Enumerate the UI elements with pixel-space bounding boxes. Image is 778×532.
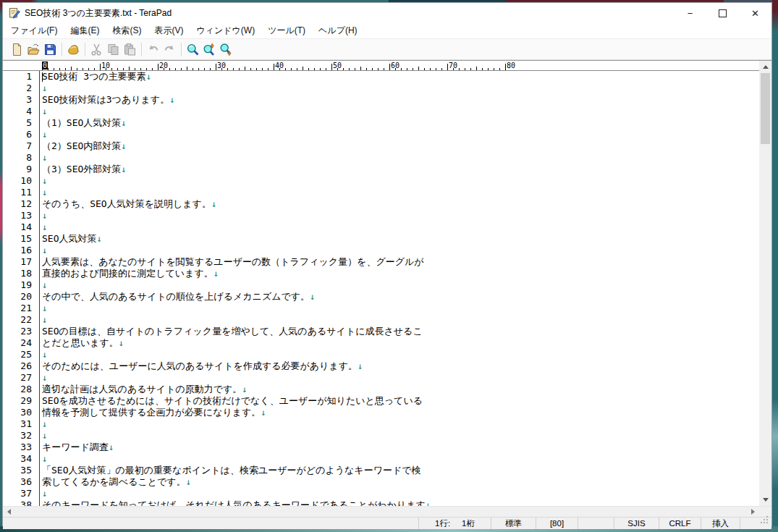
line-number: 31 — [3, 418, 32, 430]
terapad-app-icon[interactable] — [9, 7, 20, 19]
menu-item-3[interactable]: 表示(V) — [148, 23, 190, 38]
eol-arrow-icon: ↓ — [186, 477, 191, 487]
line-number: 10 — [3, 175, 32, 187]
maximize-button[interactable] — [706, 3, 739, 23]
line-number: 34 — [3, 453, 32, 465]
line-number: 15 — [3, 233, 32, 245]
line-text: 「SEO人気対策」の最初の重要なポイントは、検索ユーザーがどのようなキーワードで… — [42, 465, 421, 476]
text-line-20[interactable]: 20その中で、人気のあるサイトの順位を上げるメカニズムです。↓ — [3, 291, 748, 303]
minimize-button[interactable]: − — [674, 3, 706, 23]
text-line-5[interactable]: 5（1）SEO人気対策↓ — [3, 117, 748, 129]
line-text: ↓ — [42, 187, 47, 198]
text-line-24[interactable]: 24とだと思います。↓ — [3, 337, 748, 349]
text-line-38[interactable]: 38そのキーワードを知っておけば、それだけ人気のあるキーワードであることがわかり… — [3, 499, 748, 506]
text-line-34[interactable]: 34↓ — [3, 453, 748, 465]
line-text: ↓ — [42, 175, 47, 187]
redo-icon — [163, 43, 177, 56]
text-line-33[interactable]: 33キーワード調査↓ — [3, 442, 748, 453]
text-line-12[interactable]: 12そのうち、SEO人気対策を説明します。↓ — [3, 198, 748, 210]
text-line-1[interactable]: 1SEO技術 3つの主要要素↓ — [3, 71, 748, 83]
text-line-2[interactable]: 2↓ — [3, 83, 748, 94]
line-text: ↓ — [42, 488, 47, 499]
text-line-4[interactable]: 4↓ — [3, 106, 748, 117]
horizontal-scrollbar[interactable] — [3, 506, 771, 517]
toolbar-button-print[interactable] — [65, 41, 82, 58]
eol-arrow-icon: ↓ — [213, 269, 219, 279]
line-number: 26 — [3, 360, 32, 372]
eol-arrow-icon: ↓ — [426, 500, 431, 506]
text-line-36[interactable]: 36索してくるかを調べることです。↓ — [3, 476, 748, 488]
line-text: （3）SEO外部対策↓ — [42, 164, 127, 175]
menu-item-5[interactable]: ツール(T) — [261, 23, 312, 38]
scroll-down-button[interactable] — [759, 494, 771, 506]
scroll-right-button[interactable] — [747, 507, 759, 518]
text-line-25[interactable]: 25↓ — [3, 349, 748, 360]
text-line-27[interactable]: 27↓ — [3, 372, 748, 384]
vertical-scrollbar-thumb[interactable] — [761, 73, 770, 144]
text-line-16[interactable]: 16↓ — [3, 245, 748, 256]
text-line-11[interactable]: 11↓ — [3, 187, 748, 198]
scroll-up-button[interactable] — [759, 61, 771, 73]
text-line-23[interactable]: 23SEOの目標は、自サイトのトラフィック量を増やして、人気のあるサイトに成長さ… — [3, 326, 748, 337]
text-line-35[interactable]: 35「SEO人気対策」の最初の重要なポイントは、検索ユーザーがどのようなキーワー… — [3, 465, 748, 476]
toolbar-button-open[interactable] — [25, 41, 42, 58]
text-line-28[interactable]: 28適切な計画は人気のあるサイトの原動力です。↓ — [3, 384, 748, 395]
text-line-22[interactable]: 22↓ — [3, 314, 748, 326]
toolbar-button-new[interactable] — [9, 41, 25, 58]
line-number: 19 — [3, 279, 32, 291]
toolbar-button-search[interactable] — [185, 41, 201, 58]
vertical-scrollbar[interactable] — [759, 61, 771, 506]
line-text: ↓ — [42, 279, 47, 291]
text-line-8[interactable]: 8↓ — [3, 152, 748, 164]
line-text: とだと思います。↓ — [42, 337, 124, 349]
ruler-label-30: 30 — [217, 62, 226, 69]
eol-arrow-icon: ↓ — [42, 489, 47, 499]
text-line-3[interactable]: 3SEO技術対策は3つあります。↓ — [3, 94, 748, 106]
menu-item-1[interactable]: 編集(E) — [64, 23, 106, 38]
menu-item-4[interactable]: ウィンドウ(W) — [190, 23, 261, 38]
line-text: （1）SEO人気対策↓ — [42, 117, 127, 129]
text-line-37[interactable]: 37↓ — [3, 488, 748, 499]
text-line-10[interactable]: 10↓ — [3, 175, 748, 187]
line-number: 33 — [3, 442, 32, 453]
toolbar-button-search-up[interactable] — [201, 41, 218, 58]
menu-item-6[interactable]: ヘルプ(H) — [312, 23, 364, 38]
status-bar: 1行: 1桁 標準 [80] SJIS CRLF 挿入 — [3, 517, 771, 529]
toolbar-separator — [62, 43, 62, 56]
line-text: ↓ — [42, 221, 47, 233]
text-line-6[interactable]: 6↓ — [3, 129, 748, 140]
line-number: 14 — [3, 221, 32, 233]
text-line-26[interactable]: 26そのためには、ユーザーに人気のあるサイトを作成する必要があります。↓ — [3, 360, 748, 372]
line-text: SEO技術 3つの主要要素↓ — [42, 71, 151, 83]
text-line-30[interactable]: 30情報を予測して提供する企画力が必要になります。↓ — [3, 407, 748, 418]
menu-item-2[interactable]: 検索(S) — [106, 23, 148, 38]
text-editor-area[interactable]: 1SEO技術 3つの主要要素↓2↓3SEO技術対策は3つあります。↓4↓5（1）… — [3, 71, 748, 506]
scroll-left-button[interactable] — [3, 507, 15, 518]
menu-item-0[interactable]: ファイル(F) — [4, 23, 64, 38]
text-line-21[interactable]: 21↓ — [3, 303, 748, 314]
eol-arrow-icon: ↓ — [42, 130, 47, 140]
toolbar-button-search-down[interactable] — [218, 41, 234, 58]
status-encoding: SJIS — [614, 518, 659, 529]
line-number: 23 — [3, 326, 32, 337]
text-line-32[interactable]: 32↓ — [3, 430, 748, 442]
menu-bar: ファイル(F)編集(E)検索(S)表示(V)ウィンドウ(W)ツール(T)ヘルプ(… — [3, 23, 771, 39]
close-button[interactable]: ✕ — [739, 3, 771, 23]
text-line-17[interactable]: 17人気要素は、あなたのサイトを閲覧するユーザーの数（トラフィック量）を、グーグ… — [3, 256, 748, 268]
resize-grip-icon[interactable] — [766, 522, 768, 523]
ruler-label-70: 70 — [449, 62, 457, 69]
text-line-7[interactable]: 7（2）SEO内部対策↓ — [3, 140, 748, 152]
line-text: ↓ — [42, 372, 47, 384]
text-line-29[interactable]: 29SEOを成功させるためには、サイトの技術だけでなく、ユーザーが知りたいと思っ… — [3, 395, 748, 407]
text-line-18[interactable]: 18直接的および間接的に測定しています。↓ — [3, 268, 748, 279]
eol-arrow-icon: ↓ — [119, 338, 124, 348]
text-line-9[interactable]: 9（3）SEO外部対策↓ — [3, 164, 748, 175]
line-number: 6 — [3, 129, 32, 140]
text-line-13[interactable]: 13↓ — [3, 210, 748, 221]
text-line-14[interactable]: 14↓ — [3, 221, 748, 233]
text-line-19[interactable]: 19↓ — [3, 279, 748, 291]
eol-arrow-icon: ↓ — [42, 280, 47, 290]
toolbar-button-save[interactable] — [42, 41, 59, 58]
text-line-31[interactable]: 31↓ — [3, 418, 748, 430]
text-line-15[interactable]: 15SEO人気対策↓ — [3, 233, 748, 245]
